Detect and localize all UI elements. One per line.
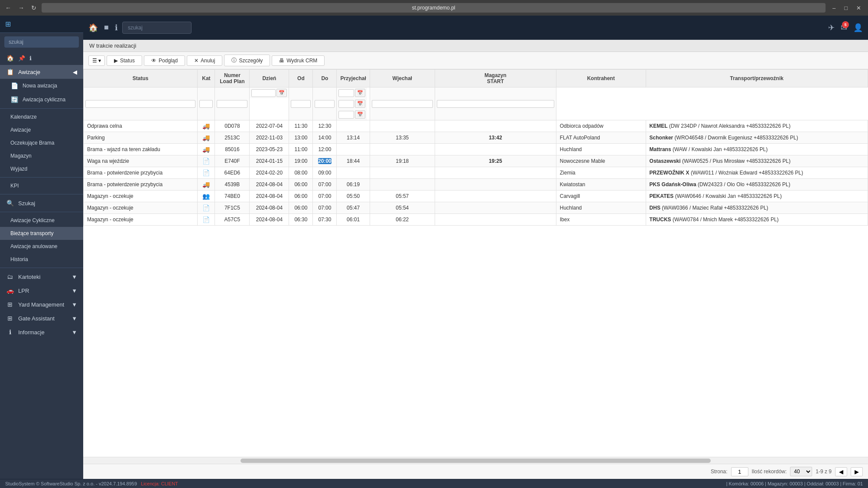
do-highlight: 20:00	[318, 158, 332, 164]
table-row[interactable]: Odprawa celna 🚚 0D078 2022-07-04 11:30 1…	[84, 120, 868, 132]
filter-wjechal-cal[interactable]: 📅	[355, 100, 365, 108]
refresh-button[interactable]: ↻	[29, 3, 38, 13]
pagination: Strona: Ilość rekordów: 40 20 60 100 1-9…	[83, 464, 868, 479]
address-bar[interactable]: st.programdemo.pl	[42, 3, 826, 13]
sidebar-item-kalendarze[interactable]: Kalendarze	[0, 110, 83, 123]
topbar-expand-icon[interactable]: ■	[104, 23, 109, 32]
sidebar-item-lpr[interactable]: 🚗 LPR ▼	[0, 284, 83, 297]
table-row[interactable]: Brama - potwierdzenie przybycia 🚚 4539B …	[84, 179, 868, 191]
menu-button[interactable]: ☰ ▾	[88, 55, 105, 66]
cell-przyjachal: 18:44	[337, 155, 370, 167]
filter-transport[interactable]	[437, 100, 554, 108]
cell-dzien: 2024-08-04	[250, 191, 289, 202]
topbar-flight-icon[interactable]: ✈	[828, 23, 835, 32]
anuluj-button[interactable]: ✕ Anuluj	[187, 55, 222, 66]
table-row[interactable]: Magazyn - oczekuje 📄 A57C5 2024-08-04 06…	[84, 214, 868, 226]
topbar-user-icon[interactable]: 👤	[853, 23, 863, 32]
back-button[interactable]: ←	[3, 3, 13, 13]
sidebar-item-historia[interactable]: Historia	[0, 253, 83, 266]
cell-do: 14:00	[313, 132, 337, 144]
truck-icon: 🚚	[202, 134, 210, 141]
cell-transport: Mattrans (WAW / Kowalski Jan +4853332262…	[646, 144, 868, 155]
cell-do: 07:00	[313, 191, 337, 202]
table-row[interactable]: Brama - wjazd na teren zakładu 🚚 85016 2…	[84, 144, 868, 155]
cell-do: 07:00	[313, 179, 337, 191]
cell-numer: 85016	[215, 144, 250, 155]
filter-status[interactable]	[85, 100, 195, 108]
sidebar-item-awizacje[interactable]: 📋 Awizacje ◀	[0, 65, 83, 79]
filter-od[interactable]	[291, 100, 311, 108]
filter-dzien-cal[interactable]: 📅	[276, 89, 287, 97]
filter-kat[interactable]	[199, 100, 213, 108]
topbar-notification-icon[interactable]: ✉ 5	[841, 23, 847, 32]
filter-wjechal[interactable]	[338, 100, 354, 108]
biezace-transporty-label: Bieżące transporty	[10, 230, 53, 236]
sidebar-item-gate-assistant[interactable]: ⊞ Gate Assistant ▼	[0, 311, 83, 325]
filter-przyjachal-cal[interactable]: 📅	[355, 89, 365, 97]
transport-bold: DHS	[650, 205, 660, 211]
podglad-button[interactable]: 👁 Podgląd	[144, 55, 185, 66]
table-row[interactable]: Magazyn - oczekuje 👥 74BE0 2024-08-04 06…	[84, 191, 868, 202]
wydruk-crm-button[interactable]: 🖶 Wydruk CRM	[272, 55, 325, 66]
filter-do[interactable]	[315, 100, 335, 108]
cell-kontrahent: Huchland	[556, 202, 646, 214]
table-row[interactable]: Waga na wjeździe 📄 E740F 2024-01-15 19:0…	[84, 155, 868, 167]
sidebar-item-awizacja-cykliczna[interactable]: 🔄 Awizacja cykliczna	[0, 93, 83, 107]
topbar-home-icon[interactable]: 🏠	[88, 23, 98, 32]
filter-kontrahent[interactable]	[372, 100, 433, 108]
filter-numer[interactable]	[217, 100, 247, 108]
restore-button[interactable]: □	[841, 3, 851, 13]
sidebar-item-kpi[interactable]: KPI	[0, 179, 83, 192]
awizacje2-label: Awizacje	[10, 127, 31, 133]
page-input[interactable]	[731, 467, 748, 476]
th-dzien: Dzień	[250, 70, 289, 87]
sidebar-search-input[interactable]	[4, 36, 79, 48]
filter-magazyn-cal[interactable]: 📅	[355, 110, 365, 119]
status-button[interactable]: ▶ Status	[107, 55, 142, 66]
filter-przyjachal[interactable]	[338, 89, 354, 97]
page-prev-button[interactable]: ◀	[835, 467, 847, 476]
page-next-button[interactable]: ▶	[851, 467, 863, 476]
sidebar-item-nowa-awizacja[interactable]: 📄 Nowa awizacja	[0, 79, 83, 93]
lpr-icon: 🚗	[6, 287, 14, 294]
sidebar-item-biezace-transporty[interactable]: Bieżące transporty	[0, 227, 83, 240]
sidebar-item-informacje[interactable]: ℹ Informacje ▼	[0, 325, 83, 339]
cell-od: 11:00	[289, 144, 313, 155]
table-row[interactable]: Parking 🚚 2513C 2022-11-03 13:00 14:00 1…	[84, 132, 868, 144]
sidebar-item-awizacje2[interactable]: Awizacje	[0, 123, 83, 136]
cell-wjechal: 13:35	[370, 132, 435, 144]
cell-status: Waga na wjeździe	[84, 155, 198, 167]
filter-magazyn[interactable]	[338, 111, 354, 119]
close-button[interactable]: ✕	[853, 3, 865, 13]
cell-magazyn: 19:25	[435, 155, 556, 167]
sidebar-item-szukaj[interactable]: 🔍 Szukaj	[0, 196, 83, 210]
filter-dzien[interactable]	[251, 89, 276, 97]
topbar-search-input[interactable]	[122, 22, 192, 34]
sidebar-item-wyjazd[interactable]: Wyjazd	[0, 162, 83, 175]
cell-wjechal	[370, 179, 435, 191]
podglad-icon: 👁	[151, 58, 156, 64]
minimize-button[interactable]: –	[829, 3, 839, 13]
cell-kontrahent: Ziemia	[556, 167, 646, 179]
awizacje-cykliczne-label: Awizacje Cykliczne	[10, 217, 55, 223]
sidebar-item-awizacje-cykliczne[interactable]: Awizacje Cykliczne	[0, 214, 83, 227]
sidebar-item-yard-management[interactable]: ⊞ Yard Management ▼	[0, 297, 83, 311]
table-body: Odprawa celna 🚚 0D078 2022-07-04 11:30 1…	[84, 120, 868, 226]
sidebar-item-oczekujace-brama[interactable]: Oczekujące Brama	[0, 136, 83, 149]
table-row[interactable]: Brama - potwierdzenie przybycia 📄 64ED6 …	[84, 167, 868, 179]
sidebar-item-kartoteki[interactable]: 🗂 Kartoteki ▼	[0, 270, 83, 284]
sidebar-item-home[interactable]: 🏠 📌 ℹ	[0, 51, 83, 65]
page-title-bar: W trakcie realizacji	[83, 40, 868, 52]
cell-transport: Schonker (WRO46548 / Dwornik Eugeniusz +…	[646, 132, 868, 144]
hscroll-bar[interactable]	[83, 457, 868, 464]
records-select[interactable]: 40 20 60 100	[790, 467, 812, 476]
sidebar-item-magazyn[interactable]: Magazyn	[0, 149, 83, 162]
szczegoly-button[interactable]: ⓘ Szczegóły	[224, 55, 270, 66]
truck-icon: 🚚	[202, 123, 210, 129]
sidebar-item-awizacje-anulowane[interactable]: Awizacje anulowane	[0, 240, 83, 253]
gate-arrow: ▼	[72, 315, 77, 322]
table-row[interactable]: Magazyn - oczekuje 📄 7F1C5 2024-08-04 06…	[84, 202, 868, 214]
forward-button[interactable]: →	[16, 3, 26, 13]
records-label: Ilość rekordów:	[752, 469, 787, 475]
topbar-info-icon[interactable]: ℹ	[115, 23, 118, 32]
